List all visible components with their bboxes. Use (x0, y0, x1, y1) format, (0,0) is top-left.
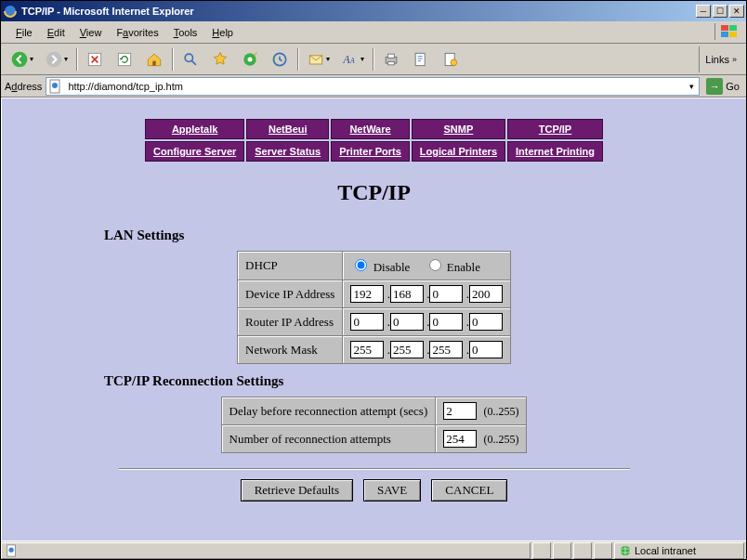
tab-logical-printers[interactable]: Logical Printers (412, 141, 505, 162)
nav-tabs: Appletalk NetBeui NetWare SNMP TCP/IP Co… (143, 117, 605, 163)
tab-printer-ports[interactable]: Printer Ports (331, 141, 410, 162)
svg-rect-1 (721, 25, 728, 31)
attempts-label: Number of reconnection attempts (221, 425, 436, 453)
content-area: Appletalk NetBeui NetWare SNMP TCP/IP Co… (1, 98, 746, 540)
history-button[interactable] (266, 46, 294, 72)
mail-button[interactable]: ▾ (302, 46, 334, 72)
stop-button[interactable] (81, 46, 109, 72)
address-input[interactable] (66, 80, 687, 93)
svg-text:A: A (343, 54, 351, 66)
tab-netware[interactable]: NetWare (331, 119, 410, 139)
ie-icon (3, 4, 18, 19)
menu-view[interactable]: View (72, 25, 110, 40)
delay-input[interactable] (443, 402, 477, 420)
refresh-button[interactable] (111, 46, 138, 72)
media-button[interactable] (236, 46, 264, 72)
search-button[interactable] (177, 46, 204, 72)
statusbar: Local intranet (1, 540, 746, 559)
cancel-button[interactable]: CANCEL (431, 479, 507, 501)
font-size-button[interactable]: AA▾ (336, 46, 369, 72)
minimize-button[interactable]: ─ (696, 5, 711, 18)
page-icon-small (6, 544, 19, 557)
menu-help[interactable]: Help (204, 25, 241, 40)
netmask-3[interactable] (429, 341, 463, 358)
toolbar: ▾ ▾ ▾ AA▾ Links» (1, 44, 746, 75)
svg-rect-2 (729, 25, 737, 31)
device-ip-1[interactable] (350, 285, 384, 303)
netmask-4[interactable] (469, 341, 503, 358)
dhcp-enable-radio[interactable] (429, 259, 441, 271)
address-dropdown-icon[interactable]: ▾ (687, 82, 697, 91)
print-button[interactable] (377, 46, 405, 72)
status-slot-2 (553, 542, 571, 559)
tab-internet-printing[interactable]: Internet Printing (507, 141, 603, 162)
page-heading: TCP/IP (11, 180, 737, 205)
tab-snmp[interactable]: SNMP (412, 119, 505, 139)
titlebar: TCP/IP - Microsoft Internet Explorer ─ ☐… (1, 1, 746, 21)
device-ip-2[interactable] (390, 285, 424, 303)
attempts-input[interactable] (443, 430, 477, 448)
status-slot-3 (573, 542, 592, 559)
svg-point-12 (248, 57, 253, 61)
go-button[interactable]: → Go (703, 77, 742, 96)
divider (119, 468, 630, 470)
menu-file[interactable]: File (8, 25, 40, 40)
intranet-icon (619, 544, 632, 557)
status-main (1, 542, 531, 559)
svg-point-24 (52, 83, 58, 88)
delay-range: (0..255) (483, 405, 518, 418)
menu-favorites[interactable]: Favorites (109, 25, 165, 40)
router-ip-label: Router IP Address (238, 308, 343, 336)
button-row: Retrieve Defaults SAVE CANCEL (11, 479, 737, 501)
dhcp-label: DHCP (238, 252, 343, 280)
attempts-range: (0..255) (483, 433, 518, 446)
menu-tools[interactable]: Tools (166, 25, 205, 40)
netmask-label: Network Mask (238, 336, 343, 364)
save-button[interactable]: SAVE (363, 479, 421, 501)
status-zone: Local intranet (614, 542, 744, 559)
router-ip-1[interactable] (350, 313, 384, 331)
addressbar: Address ▾ → Go (1, 75, 746, 98)
tab-tcpip[interactable]: TCP/IP (507, 119, 603, 139)
device-ip-label: Device IP Address (238, 280, 343, 308)
status-slot-1 (532, 542, 551, 559)
svg-rect-9 (152, 60, 155, 65)
device-ip-4[interactable] (469, 285, 503, 303)
dhcp-disable-radio[interactable] (355, 259, 367, 271)
retrieve-defaults-button[interactable]: Retrieve Defaults (241, 479, 353, 501)
svg-rect-18 (388, 54, 395, 58)
maximize-button[interactable]: ☐ (713, 5, 727, 18)
favorites-button[interactable] (206, 46, 234, 72)
reconnection-settings-title: TCP/IP Reconnection Settings (104, 373, 737, 389)
svg-point-5 (12, 51, 28, 67)
dhcp-enable-option[interactable]: Enable (425, 260, 480, 274)
address-input-wrap[interactable]: ▾ (46, 77, 700, 96)
home-button[interactable] (140, 46, 168, 72)
menu-edit[interactable]: Edit (40, 25, 72, 40)
delay-label: Delay before reconnection attempt (secs) (221, 397, 436, 425)
tab-configure-server[interactable]: Configure Server (145, 141, 244, 162)
close-button[interactable]: ✕ (729, 5, 744, 18)
tab-appletalk[interactable]: Appletalk (145, 119, 244, 139)
svg-point-10 (185, 54, 192, 61)
netmask-1[interactable] (350, 341, 384, 358)
netmask-2[interactable] (390, 341, 424, 358)
links-panel[interactable]: Links» (699, 46, 742, 72)
tab-server-status[interactable]: Server Status (246, 141, 329, 162)
svg-rect-4 (729, 32, 737, 37)
back-button[interactable]: ▾ (6, 46, 38, 72)
router-ip-2[interactable] (390, 313, 424, 331)
edit-button[interactable] (407, 46, 435, 72)
svg-point-22 (451, 59, 457, 66)
windows-flag-icon (714, 23, 742, 40)
svg-point-26 (9, 547, 14, 552)
device-ip-3[interactable] (429, 285, 463, 303)
tab-netbeui[interactable]: NetBeui (246, 119, 329, 139)
address-label: Address (5, 81, 42, 92)
router-ip-3[interactable] (429, 313, 463, 331)
router-ip-4[interactable] (469, 313, 503, 331)
discuss-button[interactable] (437, 46, 465, 72)
reconnection-settings-table: Delay before reconnection attempt (secs)… (221, 397, 528, 453)
dhcp-disable-option[interactable]: Disable (350, 260, 410, 274)
forward-button[interactable]: ▾ (40, 46, 72, 72)
